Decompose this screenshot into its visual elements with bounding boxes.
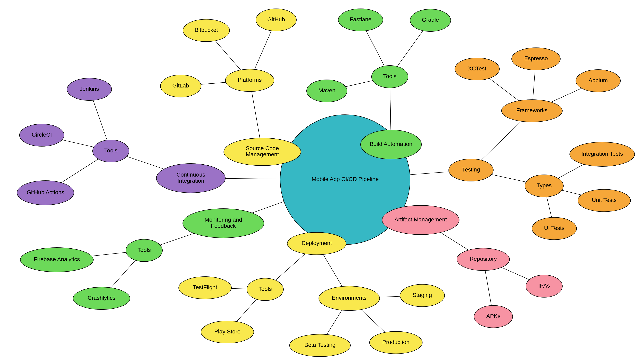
node-scm-gitlab-shape (160, 75, 201, 97)
node-ci-jenkins-shape (67, 78, 112, 100)
node-build-fastlane-shape (338, 9, 383, 31)
node-deploy-beta: Beta Testing (290, 334, 350, 357)
node-deploy-staging-shape (400, 284, 445, 307)
node-deploy-shape (287, 232, 346, 255)
node-test-types: Types (525, 175, 564, 197)
node-scm-platforms: Platforms (225, 69, 274, 91)
node-build-tools-shape (372, 65, 408, 88)
node-test-xctest-shape (455, 58, 500, 80)
node-scm-shape (224, 138, 301, 166)
node-test-appium-shape (576, 70, 620, 92)
node-test-ui: UI Tests (532, 217, 576, 240)
node-deploy-tools-shape (247, 278, 284, 301)
node-scm-platforms-shape (225, 69, 274, 91)
node-build-maven: Maven (306, 80, 347, 102)
node-build: Build Automation (360, 130, 422, 159)
node-test-unit: Unit Tests (578, 189, 630, 212)
node-test-espresso-shape (512, 48, 560, 70)
node-test-types-shape (525, 175, 564, 197)
node-monitor: Monitoring andFeedback (183, 209, 264, 238)
node-ci: ContinuousIntegration (156, 164, 225, 193)
node-monitor-crashlytics: Crashlytics (73, 287, 130, 310)
node-scm-bitbucket: Bitbucket (183, 19, 230, 42)
node-monitor-firebase-shape (20, 248, 94, 272)
node-test-ui-shape (532, 217, 576, 240)
node-monitor-tools-shape (126, 239, 162, 262)
node-ci-jenkins: Jenkins (67, 78, 112, 100)
node-artifact-shape (382, 205, 459, 235)
node-test-frameworks: Frameworks (502, 100, 562, 122)
node-build-tools: Tools (372, 65, 408, 88)
node-deploy-tools: Tools (247, 278, 284, 301)
node-ci-circleci-shape (20, 124, 64, 146)
mindmap-diagram: Mobile App CI/CD PipelineSource CodeMana… (0, 0, 644, 358)
node-ci-gha: GitHub Actions (17, 181, 74, 205)
node-scm-bitbucket-shape (183, 19, 230, 42)
node-test-unit-shape (578, 189, 630, 212)
node-ci-circleci: CircleCI (20, 124, 64, 146)
node-test-integration-shape (570, 142, 635, 166)
node-deploy-playstore: Play Store (201, 321, 254, 343)
node-deploy-staging: Staging (400, 284, 445, 307)
node-artifact-repo: Repository (457, 248, 510, 271)
node-ci-tools-shape (92, 140, 129, 162)
node-build-gradle: Gradle (410, 9, 451, 31)
node-deploy-testflight-shape (179, 277, 232, 299)
node-build-gradle-shape (410, 9, 451, 31)
node-deploy-beta-shape (290, 334, 350, 357)
node-deploy-testflight: TestFlight (179, 277, 232, 299)
node-scm-github: GitHub (256, 9, 296, 31)
node-scm-github-shape (256, 9, 296, 31)
node-ci-shape (156, 164, 225, 193)
node-build-shape (360, 130, 422, 159)
node-build-fastlane: Fastlane (338, 9, 383, 31)
node-test-integration: Integration Tests (570, 142, 635, 166)
node-test-espresso: Espresso (512, 48, 560, 70)
node-artifact-apks-shape (474, 306, 513, 328)
node-test-xctest: XCTest (455, 58, 500, 80)
node-monitor-tools: Tools (126, 239, 162, 262)
node-artifact-repo-shape (457, 248, 510, 271)
node-build-maven-shape (306, 80, 347, 102)
node-test-appium: Appium (576, 70, 620, 92)
node-test-frameworks-shape (502, 100, 562, 122)
node-ci-tools: Tools (92, 140, 129, 162)
node-deploy-production-shape (370, 332, 422, 354)
node-deploy-playstore-shape (201, 321, 254, 343)
node-testing: Testing (449, 159, 493, 181)
node-scm-gitlab: GitLab (160, 75, 201, 97)
node-artifact: Artifact Management (382, 205, 459, 235)
node-scm: Source CodeManagement (224, 138, 301, 166)
node-deploy-env: Environments (319, 286, 380, 311)
node-monitor-shape (183, 209, 264, 238)
node-deploy-env-shape (319, 286, 380, 311)
node-deploy: Deployment (287, 232, 346, 255)
node-artifact-apks: APKs (474, 306, 513, 328)
node-monitor-firebase: Firebase Analytics (20, 248, 94, 272)
node-artifact-ipas-shape (526, 275, 562, 297)
node-deploy-production: Production (370, 332, 422, 354)
node-ci-gha-shape (17, 181, 74, 205)
node-testing-shape (449, 159, 493, 181)
node-artifact-ipas: IPAs (526, 275, 562, 297)
node-monitor-crashlytics-shape (73, 287, 130, 310)
